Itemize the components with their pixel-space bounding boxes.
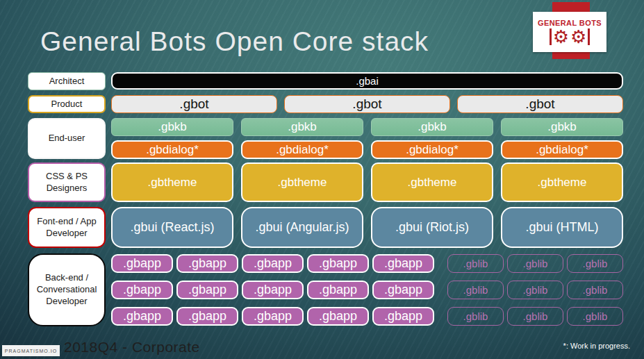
gblib-box: .gblib [447, 254, 504, 273]
gear-bar-right-icon [588, 28, 590, 45]
gbtheme-box: .gbtheme [241, 162, 363, 202]
label-frontend-app-developer: Font-end / App Developer [28, 207, 106, 248]
slide: General Bots Open Core stack GENERAL BOT… [0, 0, 644, 359]
gbkb-box: .gbkb [371, 118, 493, 136]
gbapp-box: .gbapp [242, 254, 304, 273]
logo-brand-text: GENERAL BOTS [538, 19, 602, 27]
gbapp-box: .gbapp [176, 281, 238, 299]
row-gbkb: .gbkb .gbkb .gbkb .gbkb [111, 118, 623, 136]
general-bots-logo: GENERAL BOTS ⚙ ⚙ [533, 12, 606, 52]
label-backend-conversational-developer: Back-end / Conversational Developer [28, 253, 106, 326]
gbapp-box: .gbapp [111, 307, 173, 326]
gbapp-box: .gbapp [242, 307, 304, 326]
edition-text: 2018Q4 - Corporate [64, 339, 200, 356]
gbdialog-box: .gbdialog* [241, 140, 363, 159]
gbapp-box: .gbapp [111, 254, 173, 273]
gbapp-box: .gbapp [372, 254, 434, 273]
row-backend-1: .gbapp .gbapp .gbapp .gbapp .gbapp .gbli… [111, 254, 623, 273]
gblib-box: .gblib [567, 307, 623, 326]
gears-icon: ⚙ ⚙ [550, 28, 591, 46]
gblib-box: .gblib [447, 281, 504, 299]
gbapp-box: .gbapp [307, 307, 369, 326]
row-backend-3: .gbapp .gbapp .gbapp .gbapp .gbapp .gbli… [111, 307, 623, 326]
gblib-box: .gblib [507, 307, 563, 326]
spacer [438, 254, 444, 273]
gbapp-box: .gbapp [307, 281, 369, 299]
gbui-riot-box: .gbui (Riot.js) [371, 207, 493, 248]
row-gbui: .gbui (React.js) .gbui (Angular.js) .gbu… [111, 207, 623, 248]
gbapp-box: .gbapp [242, 281, 304, 299]
gbtheme-box: .gbtheme [111, 162, 233, 202]
gblib-box: .gblib [507, 281, 563, 299]
row-gbdialog: .gbdialog* .gbdialog* .gbdialog* .gbdial… [111, 140, 623, 159]
gbot-box: .gbot [284, 95, 450, 113]
gear-bar-left-icon [550, 28, 552, 45]
gbkb-box: .gbkb [501, 118, 623, 136]
row-backend-2: .gbapp .gbapp .gbapp .gbapp .gbapp .gbli… [111, 281, 623, 299]
gbdialog-box: .gbdialog* [501, 140, 623, 159]
gbapp-box: .gbapp [307, 254, 369, 273]
pragmatismo-logo: PRAGMATISMO.IO [2, 345, 60, 356]
gbapp-box: .gbapp [111, 281, 173, 299]
gbui-angular-box: .gbui (Angular.js) [241, 207, 363, 248]
spacer [438, 281, 444, 299]
gblib-box: .gblib [567, 254, 623, 273]
gblib-box: .gblib [507, 254, 563, 273]
gbot-box: .gbot [111, 95, 277, 113]
label-end-user: End-user [28, 118, 106, 159]
label-architect: Architect [28, 72, 106, 90]
gbtheme-box: .gbtheme [501, 162, 623, 202]
row-gbai: .gbai [111, 72, 623, 90]
gbai-box: .gbai [111, 72, 623, 90]
gbot-box: .gbot [457, 95, 623, 113]
gear-icon: ⚙ [553, 28, 569, 46]
label-product: Product [28, 95, 106, 113]
gbdialog-box: .gbdialog* [111, 140, 233, 159]
gblib-box: .gblib [567, 281, 623, 299]
page-title: General Bots Open Core stack [40, 26, 429, 57]
gbui-react-box: .gbui (React.js) [111, 207, 233, 248]
gbtheme-box: .gbtheme [371, 162, 493, 202]
label-css-ps-designers: CSS & PS Designers [28, 162, 106, 202]
spacer [438, 307, 444, 326]
gbkb-box: .gbkb [241, 118, 363, 136]
work-in-progress-note: *: Work in progress. [563, 342, 630, 350]
gblib-box: .gblib [447, 307, 504, 326]
row-gbtheme: .gbtheme .gbtheme .gbtheme .gbtheme [111, 162, 623, 202]
gear-icon: ⚙ [570, 28, 586, 46]
gbapp-box: .gbapp [176, 307, 238, 326]
gbui-html-box: .gbui (HTML) [501, 207, 623, 248]
gbkb-box: .gbkb [111, 118, 233, 136]
gbapp-box: .gbapp [176, 254, 238, 273]
gbdialog-box: .gbdialog* [371, 140, 493, 159]
gbapp-box: .gbapp [372, 307, 434, 326]
gbapp-box: .gbapp [372, 281, 434, 299]
row-gbot: .gbot .gbot .gbot [111, 95, 623, 113]
